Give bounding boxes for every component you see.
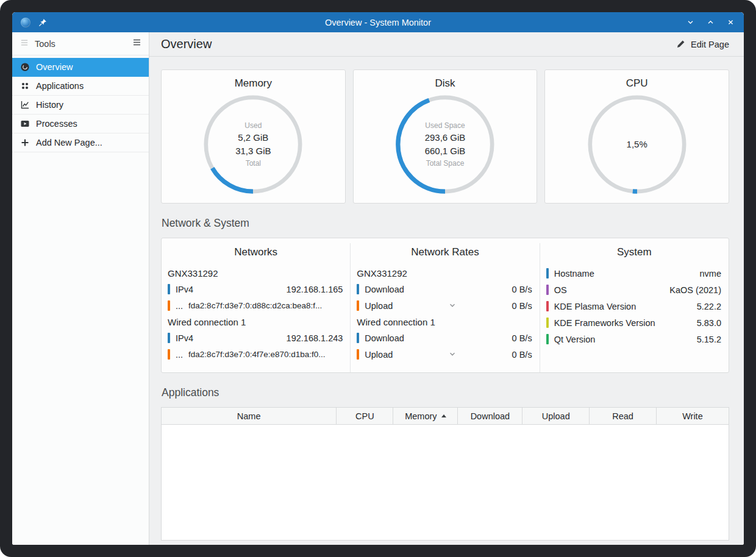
- maximize-icon[interactable]: [705, 18, 715, 27]
- applications-table-header: Name CPU Memory Download Upload Read Wri…: [162, 408, 729, 425]
- disk-used-caption: Used Space: [425, 120, 465, 131]
- network-group-name: GNX331292: [162, 265, 350, 281]
- sidebar-item-history[interactable]: History: [12, 96, 149, 115]
- sidebar-item-processes[interactable]: Processes: [12, 115, 149, 133]
- page-title: Overview: [161, 37, 212, 51]
- memory-used-value: 5,2 GiB: [238, 131, 268, 144]
- sensor-label: Upload: [365, 301, 393, 311]
- tools-icon: [20, 38, 29, 49]
- applications-table: Name CPU Memory Download Upload Read Wri…: [161, 407, 729, 541]
- column-header-name[interactable]: Name: [162, 408, 337, 424]
- sensor-color-bar: [357, 284, 359, 294]
- sensor-label: Hostname: [554, 269, 594, 278]
- network-group-name: Wired connection 1: [351, 314, 539, 330]
- minimize-icon[interactable]: [685, 18, 695, 27]
- column-header-download[interactable]: Download: [458, 408, 522, 424]
- sensor-color-bar: [357, 349, 359, 360]
- chevron-down-icon[interactable]: [449, 352, 455, 357]
- network-group-name: GNX331292: [351, 265, 539, 281]
- sensor-color-bar: [546, 334, 549, 344]
- memory-total-caption: Total: [246, 158, 261, 169]
- network-group-name: Wired connection 1: [162, 314, 350, 330]
- network-system-card: Networks GNX331292 IPv4 192.168.1.165 ..…: [161, 238, 729, 373]
- sensor-color-bar: [168, 284, 170, 294]
- plus-icon: [20, 138, 30, 147]
- app-icon[interactable]: [21, 18, 30, 27]
- network-rates-column: Network Rates GNX331292 Download 0 B/s U…: [350, 243, 539, 372]
- sidebar: Tools Overview: [12, 32, 149, 545]
- cpu-usage-value: 1,5%: [627, 138, 647, 151]
- sidebar-item-applications[interactable]: Applications: [12, 77, 149, 96]
- sensor-color-bar: [168, 300, 170, 311]
- sidebar-item-label: Processes: [36, 119, 77, 129]
- sensor-row: Qt Version 5.15.2: [540, 331, 729, 347]
- sensor-label: Download: [365, 285, 404, 294]
- pin-icon[interactable]: [38, 18, 48, 27]
- sensor-color-bar: [168, 333, 170, 343]
- hamburger-menu-icon[interactable]: [132, 38, 141, 49]
- sensor-label: OS: [554, 285, 567, 295]
- pencil-icon: [676, 40, 685, 49]
- desktop-frame: Overview - System Monitor: [0, 0, 756, 557]
- column-header-cpu[interactable]: CPU: [337, 408, 393, 424]
- sensor-row: ... fda2:8c7f:d3e7:0:4f7e:e870:d1ba:f0..…: [162, 346, 350, 363]
- sensor-color-bar: [546, 301, 549, 311]
- edit-page-button[interactable]: Edit Page: [676, 40, 729, 49]
- sensor-row: OS KaOS (2021): [540, 282, 729, 298]
- networks-column: Networks GNX331292 IPv4 192.168.1.165 ..…: [162, 243, 350, 372]
- sidebar-item-add-new-page[interactable]: Add New Page...: [12, 133, 149, 152]
- sensor-value: KaOS (2021): [669, 285, 721, 295]
- sidebar-item-overview[interactable]: Overview: [12, 58, 149, 77]
- applications-grid-icon: [20, 81, 30, 91]
- system-title: System: [540, 246, 729, 258]
- memory-card: Memory Used 5,2 GiB 31,3 GiB: [161, 69, 346, 204]
- sensor-label: Download: [365, 333, 404, 343]
- sensor-color-bar: [357, 300, 359, 311]
- sensor-row: Hostname nvme: [540, 265, 729, 282]
- column-header-upload[interactable]: Upload: [522, 408, 590, 424]
- applications-table-body: [162, 425, 729, 540]
- memory-total-value: 31,3 GiB: [235, 144, 271, 158]
- section-applications: Applications: [162, 386, 729, 399]
- sensor-value: nvme: [700, 269, 721, 278]
- system-column: System Hostname nvme OS: [540, 243, 729, 372]
- chevron-down-icon[interactable]: [449, 303, 455, 308]
- sensor-color-bar: [357, 333, 359, 343]
- sensor-label: Upload: [365, 350, 393, 360]
- disk-total-value: 660,1 GiB: [425, 144, 466, 158]
- column-header-memory[interactable]: Memory: [393, 408, 458, 424]
- window-title: Overview - System Monitor: [12, 18, 744, 27]
- titlebar[interactable]: Overview - System Monitor: [12, 12, 744, 32]
- disk-card: Disk Used Space 293,6 GiB 660,1 GiB: [353, 69, 538, 204]
- sensor-value: 5.22.2: [697, 302, 721, 311]
- sensor-value: 0 B/s: [512, 301, 532, 311]
- column-header-write[interactable]: Write: [657, 408, 729, 424]
- main-area: Overview Edit Page Memory: [149, 32, 744, 545]
- sensor-value: fda2:8c7f:d3e7:0:d88c:d2ca:bea8:f...: [188, 301, 343, 310]
- memory-card-title: Memory: [235, 77, 272, 90]
- sensor-row: IPv4 192.168.1.243: [162, 330, 350, 346]
- sensor-color-bar: [546, 285, 549, 295]
- sensor-row: KDE Frameworks Version 5.83.0: [540, 314, 729, 331]
- sidebar-item-label: Add New Page...: [36, 138, 102, 147]
- cpu-gauge: 1,5%: [587, 94, 688, 195]
- sensor-row: Download 0 B/s: [351, 281, 539, 297]
- column-header-read[interactable]: Read: [590, 408, 657, 424]
- sensor-row: Download 0 B/s: [351, 330, 539, 346]
- page-header: Overview Edit Page: [149, 32, 744, 57]
- sensor-label: KDE Frameworks Version: [554, 318, 655, 328]
- sensor-row: KDE Plasma Version 5.22.2: [540, 298, 729, 314]
- sensor-color-bar: [546, 268, 549, 278]
- sensor-row: Upload 0 B/s: [351, 297, 539, 314]
- sidebar-title: Tools: [35, 39, 55, 49]
- disk-card-title: Disk: [435, 77, 455, 90]
- network-rates-title: Network Rates: [351, 246, 539, 258]
- sensor-value: 5.83.0: [697, 318, 721, 328]
- cpu-card-title: CPU: [626, 77, 648, 90]
- sensor-row: ... fda2:8c7f:d3e7:0:d88c:d2ca:bea8:f...: [162, 297, 350, 314]
- sensor-value: fda2:8c7f:d3e7:0:4f7e:e870:d1ba:f0...: [188, 350, 343, 359]
- sensor-label: ...: [176, 301, 183, 311]
- overview-icon: [20, 62, 30, 72]
- close-icon[interactable]: [726, 18, 735, 27]
- sensor-label: Qt Version: [554, 335, 596, 344]
